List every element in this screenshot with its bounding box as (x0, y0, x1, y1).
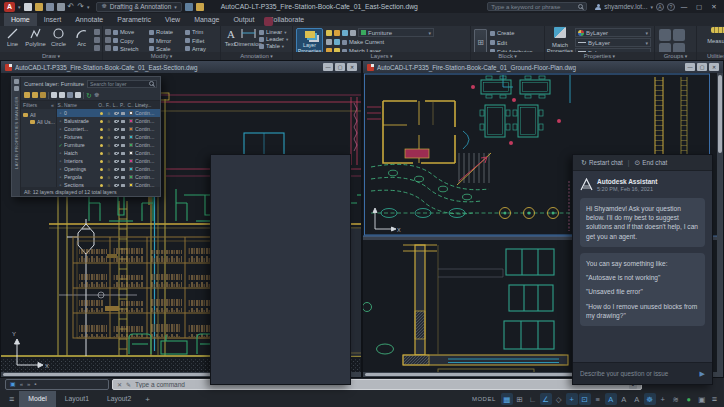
layout-tab[interactable]: Layout2 (98, 391, 140, 407)
layer-lock-icon[interactable] (342, 30, 348, 36)
layer-linetype[interactable]: Contin... (135, 118, 160, 124)
groups-panel-label[interactable]: Groups (655, 52, 696, 60)
layer-freeze-icon[interactable] (105, 134, 112, 140)
a360-icon[interactable]: A (656, 3, 664, 11)
layer-color-swatch[interactable] (129, 135, 133, 139)
graphics-performance-icon[interactable]: ● (683, 393, 695, 405)
chat-input[interactable] (580, 370, 696, 377)
minimize-button[interactable]: — (678, 3, 690, 10)
open-web-icon[interactable] (196, 3, 204, 11)
document-title-bar[interactable]: AutoCAD-LT-P335_Fire-Station-Book-Cafe_0… (363, 61, 723, 73)
workspace-switching-icon[interactable]: ☸ (644, 393, 656, 405)
layout-tab[interactable]: Model (19, 391, 56, 407)
draw-panel-label[interactable]: Draw (0, 52, 102, 60)
layer-color-swatch[interactable] (129, 127, 133, 131)
annotation-tool[interactable]: Table (259, 43, 288, 49)
clean-screen-icon[interactable]: ▣ (696, 393, 708, 405)
modify-tool[interactable]: Fillet (185, 36, 219, 44)
layer-plot-icon[interactable] (121, 120, 125, 123)
new-group-filter-icon[interactable] (32, 92, 38, 98)
layer-linetype[interactable]: Contin... (135, 166, 160, 172)
line-tool[interactable]: Line (2, 27, 23, 47)
modify-tool[interactable]: Stretch (113, 45, 147, 52)
layer-on-icon[interactable] (100, 128, 103, 131)
layer-linetype[interactable]: Contin... (135, 110, 160, 116)
Countert...[interactable]: Countert... Contin... (57, 125, 160, 133)
send-icon[interactable]: ▶ (700, 370, 705, 378)
layer-color-icon[interactable] (350, 30, 356, 36)
layer-states-icon[interactable] (40, 92, 46, 98)
layer-linetype[interactable]: Contin... (135, 134, 160, 140)
ortho-mode-icon[interactable]: ∟ (527, 393, 539, 405)
user-menu-caret-icon[interactable]: ▾ (650, 4, 653, 10)
layer-plot-icon[interactable] (121, 176, 125, 179)
doc-minimize-button[interactable]: — (323, 63, 333, 71)
layer-plot-icon[interactable] (121, 112, 125, 115)
grid-display-icon[interactable]: ▦ (501, 393, 513, 405)
filters-collapse-icon[interactable]: « (51, 102, 54, 108)
make-current-button[interactable]: Make Current (342, 38, 384, 46)
doc-minimize-button[interactable]: — (685, 63, 695, 71)
layer-plot-icon[interactable] (121, 168, 125, 171)
layer-freeze-icon[interactable] (105, 110, 112, 116)
circle-tool[interactable]: Circle (48, 27, 69, 47)
layers-panel-label[interactable]: Layers (293, 52, 470, 60)
layer-properties-button[interactable]: Layer Properties (296, 28, 323, 52)
workspace-selector[interactable]: ☸ Drafting & Annotation ▾ (96, 2, 181, 12)
isolate-objects-icon[interactable]: ≋ (670, 393, 682, 405)
customization-icon[interactable]: ≡ (709, 394, 720, 404)
layer-lock-icon[interactable] (114, 144, 118, 147)
utilities-panel-label[interactable]: Utilities (697, 52, 724, 60)
help-search-box[interactable] (487, 2, 587, 11)
layer-on-icon[interactable] (100, 152, 103, 155)
layer-freeze-icon[interactable] (105, 158, 112, 164)
new-file-icon[interactable] (24, 3, 32, 11)
layer-lock-icon[interactable] (114, 112, 118, 115)
ribbon-tab[interactable]: Manage (187, 13, 226, 26)
help-search-input[interactable] (491, 4, 576, 10)
ribbon-tab[interactable]: Insert (37, 13, 69, 26)
featured-apps-icon[interactable] (264, 17, 273, 26)
command-options-icon[interactable]: ▪ (34, 379, 36, 390)
layer-on-icon[interactable] (100, 168, 103, 171)
layer-freeze-icon[interactable] (105, 166, 112, 172)
layer-freeze-icon[interactable] (334, 30, 340, 36)
block-panel-label[interactable]: Block (471, 52, 544, 60)
palette-autohide-icon[interactable] (14, 86, 19, 91)
close-button[interactable]: ✕ (708, 3, 720, 11)
layer-lock-icon[interactable] (114, 160, 118, 163)
modify-tool[interactable]: Move (113, 28, 147, 36)
Balustrade[interactable]: Balustrade Contin... (57, 117, 160, 125)
layer-color-swatch[interactable] (129, 143, 133, 147)
snap-mode-icon[interactable]: ⊞ (514, 393, 526, 405)
ribbon-tab[interactable]: View (158, 13, 187, 26)
layer-on-icon[interactable] (100, 136, 103, 139)
rectangle-tool-icon[interactable] (94, 29, 100, 35)
new-layer-icon[interactable] (51, 92, 57, 98)
command-recent-icon[interactable]: » (27, 379, 30, 390)
refresh-icon[interactable]: ↻ (86, 92, 92, 99)
layout-tab[interactable]: Layout1 (56, 391, 98, 407)
layer-lock-icon[interactable] (114, 184, 118, 187)
doc-restore-button[interactable]: ▢ (697, 63, 707, 71)
lineweight-icon[interactable]: ≡ (592, 393, 604, 405)
layer-color-swatch[interactable] (129, 159, 133, 163)
measure-tool[interactable]: Measure (704, 27, 724, 44)
layer-freeze-icon[interactable] (105, 174, 112, 180)
layer-on-icon[interactable] (100, 144, 103, 147)
annotation-monitor-icon[interactable]: + (657, 393, 669, 405)
layer-off-icon[interactable] (326, 30, 332, 36)
gradient-tool-icon[interactable] (94, 45, 100, 51)
group-edit-icon[interactable] (659, 43, 671, 52)
doc-restore-button[interactable]: ▢ (335, 63, 345, 71)
new-vp-frozen-layer-icon[interactable] (59, 92, 65, 98)
delete-layer-icon[interactable] (67, 92, 73, 98)
isodraft-icon[interactable]: ◇ (553, 393, 565, 405)
object-color-dropdown[interactable]: ByLayer (575, 28, 651, 37)
ribbon-tab[interactable]: Output (226, 13, 261, 26)
command-history-icon[interactable]: « (20, 379, 23, 390)
palette-close-icon[interactable] (14, 79, 19, 84)
plot-icon[interactable] (57, 3, 65, 11)
erase-tool-icon[interactable] (105, 29, 111, 35)
command-close-icon[interactable]: ✕ (117, 381, 122, 388)
